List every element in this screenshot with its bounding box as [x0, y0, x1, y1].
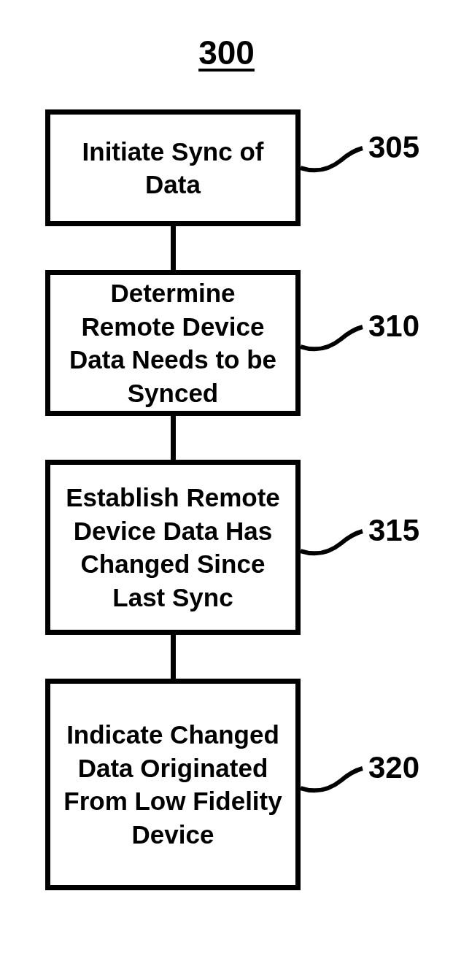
curve-315: [301, 525, 366, 569]
flowchart-box-310: Determine Remote Device Data Needs to be…: [45, 270, 301, 416]
figure-number: 300: [198, 33, 255, 72]
curve-320: [301, 763, 366, 806]
flowchart-container: 300 Initiate Sync of Data Determine Remo…: [0, 0, 453, 980]
label-320: 320: [368, 750, 419, 785]
label-310: 310: [368, 309, 419, 344]
box-text: Determine Remote Device Data Needs to be…: [61, 277, 284, 409]
connector: [171, 226, 176, 270]
label-315: 315: [368, 513, 419, 548]
box-text: Establish Remote Device Data Has Changed…: [61, 481, 284, 614]
flowchart-box-305: Initiate Sync of Data: [45, 109, 301, 226]
flowchart: Initiate Sync of Data Determine Remote D…: [45, 109, 301, 890]
curve-310: [301, 321, 366, 365]
curve-305: [301, 142, 366, 186]
flowchart-box-315: Establish Remote Device Data Has Changed…: [45, 460, 301, 635]
box-text: Initiate Sync of Data: [61, 135, 284, 201]
connector: [171, 635, 176, 679]
label-305: 305: [368, 130, 419, 165]
box-text: Indicate Changed Data Originated From Lo…: [61, 718, 284, 851]
flowchart-box-320: Indicate Changed Data Originated From Lo…: [45, 679, 301, 890]
connector: [171, 416, 176, 460]
